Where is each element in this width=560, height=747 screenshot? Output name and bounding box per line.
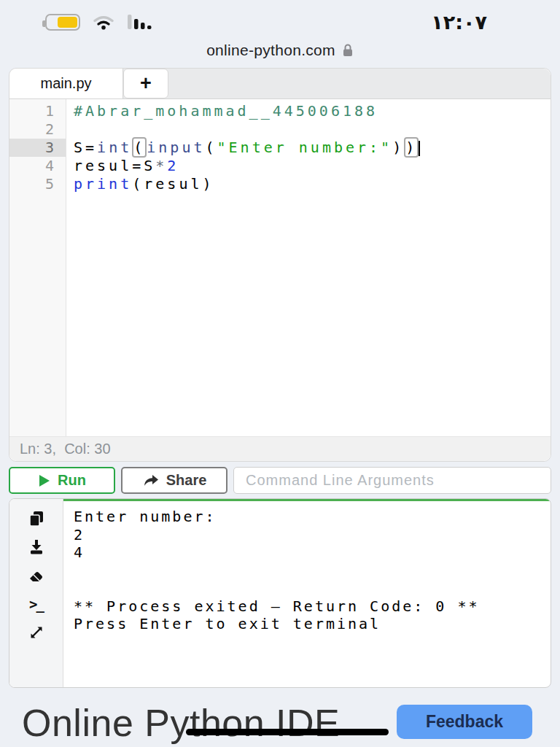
code-token: resul=S — [74, 157, 155, 174]
text-cursor — [419, 141, 420, 156]
matched-bracket: ( — [132, 137, 147, 158]
lock-icon — [342, 43, 354, 58]
keyword-token: print — [74, 175, 132, 193]
expand-icon[interactable] — [27, 623, 46, 642]
prompt-glyph: >_ — [29, 596, 43, 612]
code-line-2 — [74, 120, 551, 139]
share-label: Share — [166, 472, 207, 489]
terminal-output[interactable]: Enter number: 2 4 ** Process exited — Re… — [63, 499, 551, 687]
terminal-line: 4 — [74, 543, 540, 562]
builtin-token: input — [147, 139, 205, 156]
code-editor[interactable]: 1 2 3 4 5 #Abrar_mohammad__445006188 S=i… — [9, 99, 551, 436]
home-indicator-bar[interactable] — [186, 729, 389, 735]
eraser-icon[interactable] — [27, 566, 46, 585]
share-arrow-icon — [142, 473, 160, 488]
actions-row: Run Share — [9, 467, 551, 494]
run-button[interactable]: Run — [9, 467, 115, 494]
play-icon — [38, 473, 51, 488]
tab-label: main.py — [40, 75, 91, 92]
code-line-4: resul=S*2 — [74, 157, 551, 175]
builtin-token: int — [97, 139, 132, 156]
comment-token: #Abrar_mohammad__445006188 — [74, 102, 378, 120]
terminal-toolbar: >_ — [9, 499, 63, 687]
code-token: ( — [205, 139, 217, 156]
download-icon[interactable] — [27, 538, 46, 557]
status-bar: ١٢:٠٧ — [0, 0, 560, 35]
code-line-5: print(resul) — [74, 175, 551, 193]
feedback-button[interactable]: Feedback — [397, 705, 532, 739]
line-number-gutter: 1 2 3 4 5 — [9, 99, 66, 436]
url-domain[interactable]: online-python.com — [206, 42, 335, 59]
plus-icon: + — [140, 74, 152, 93]
terminal-line: Press Enter to exit terminal — [74, 615, 540, 633]
code-line-3: S=int(input("Enter number:")) — [74, 139, 551, 157]
new-tab-button[interactable]: + — [123, 69, 168, 98]
line-number: 4 — [9, 157, 66, 175]
code-text-area[interactable]: #Abrar_mohammad__445006188 S=int(input("… — [66, 99, 551, 436]
terminal-line: 2 — [74, 526, 540, 544]
copy-icon[interactable] — [27, 509, 46, 528]
line-number: 2 — [9, 120, 66, 139]
terminal-panel: >_ Enter number: 2 4 ** Process exited —… — [9, 498, 551, 688]
number-token: 2 — [167, 157, 179, 174]
clock-time: ١٢:٠٧ — [431, 11, 487, 34]
code-token: ) — [392, 139, 404, 156]
command-line-arguments-input[interactable] — [233, 467, 551, 494]
terminal-line: ** Process exited — Return Code: 0 ** — [74, 597, 540, 616]
code-line-1: #Abrar_mohammad__445006188 — [74, 102, 551, 120]
run-label: Run — [58, 472, 86, 489]
terminal-line: Enter number: — [74, 508, 540, 526]
operator-token: * — [155, 157, 167, 174]
cellular-signal-icon — [127, 13, 153, 31]
line-number: 5 — [9, 175, 66, 193]
editor-tab-bar: main.py + — [9, 69, 551, 99]
share-button[interactable]: Share — [121, 467, 228, 494]
browser-address-bar[interactable]: online-python.com — [0, 35, 560, 66]
cursor-position-status: Ln: 3, Col: 30 — [9, 436, 551, 461]
line-number-active: 3 — [9, 139, 66, 157]
matched-bracket: ) — [404, 137, 419, 158]
code-token: S= — [74, 139, 97, 156]
string-token: "Enter number:" — [217, 139, 393, 156]
battery-icon — [45, 14, 80, 31]
wifi-icon — [92, 13, 115, 31]
tab-main-py[interactable]: main.py — [9, 69, 123, 98]
terminal-line — [74, 579, 540, 597]
terminal-prompt-icon[interactable]: >_ — [27, 595, 46, 614]
terminal-line — [74, 562, 540, 580]
line-number: 1 — [9, 102, 66, 120]
code-editor-panel: main.py + 1 2 3 4 5 #Abrar_mohammad__445… — [9, 68, 551, 462]
code-token: (resul) — [132, 175, 214, 193]
